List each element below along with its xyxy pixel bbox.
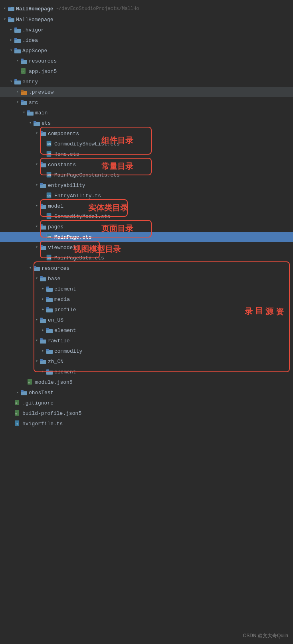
tree-item-appscope-resources[interactable]: resources	[0, 56, 293, 66]
file-icon-MainPageConstants: ETS	[46, 172, 53, 178]
tree-item-base[interactable]: base	[0, 273, 293, 284]
root-arrow[interactable]	[2, 6, 8, 12]
tree-item-commodity[interactable]: commodity	[0, 346, 293, 356]
svg-rect-1	[8, 7, 11, 8]
arrow-closed-hvigor[interactable]	[8, 27, 14, 33]
arrow-closed-profile[interactable]	[40, 306, 46, 313]
item-label-appscope-resources: resources	[29, 58, 57, 64]
arrow-open-main[interactable]	[21, 110, 27, 116]
tree-item-ohosTest[interactable]: ohosTest	[0, 387, 293, 398]
tree-item-Home[interactable]: ETS Home.ets	[0, 149, 293, 159]
folder-icon-appscope	[14, 47, 21, 54]
item-label-CommodityShowList: CommodityShowList.ets	[54, 141, 120, 147]
arrow-open-constants[interactable]	[34, 161, 40, 168]
item-label-base: base	[48, 276, 60, 282]
tree-item-element[interactable]: element	[0, 284, 293, 294]
tree-item-resources-main[interactable]: resources	[0, 263, 293, 273]
tree-item-media[interactable]: media	[0, 294, 293, 304]
arrow-open-entry[interactable]	[8, 79, 14, 85]
item-label-Home: Home.ets	[54, 151, 79, 157]
tree-item-element-en[interactable]: element	[0, 325, 293, 336]
tree-item-build-profile[interactable]: {} build-profile.json5	[0, 408, 293, 418]
svg-rect-11	[21, 59, 24, 61]
item-label-element-en: element	[54, 328, 76, 334]
tree-item-CommodityShowList[interactable]: ETS CommodityShowList.ets	[0, 139, 293, 149]
tree-item-module-json5[interactable]: {} module.json5	[0, 377, 293, 387]
watermark: CSDN @文大奇Quiin	[243, 632, 288, 639]
tree-item-src[interactable]: src	[0, 97, 293, 108]
arrow-closed-element[interactable]	[40, 286, 46, 292]
arrow-open-appscope[interactable]	[8, 47, 14, 54]
arrow-open-model[interactable]	[34, 203, 40, 209]
arrow-closed-element-en[interactable]	[40, 327, 46, 334]
arrow-open-src[interactable]	[14, 99, 21, 106]
tree-item-EntryAbility[interactable]: ETS EntryAbility.ts	[0, 190, 293, 201]
file-icon-CommodityShowList: ETS	[46, 141, 53, 147]
arrow-open-viewmodel[interactable]	[34, 244, 40, 251]
tree-item-MainPageConstants[interactable]: ETS MainPageConstants.ets	[0, 170, 293, 180]
svg-rect-19	[21, 100, 24, 102]
tree-item-zh_CN[interactable]: zh_CN	[0, 356, 293, 367]
item-label-en_US: en_US	[48, 317, 63, 323]
tree-item-idea[interactable]: .idea	[0, 35, 293, 45]
arrow-open-ets[interactable]	[27, 120, 34, 126]
item-label-hvigor: .hvigor	[22, 27, 44, 33]
arrow-open-pages[interactable]	[34, 224, 40, 230]
tree-item-profile[interactable]: profile	[0, 304, 293, 315]
arrow-closed-ohosTest[interactable]	[14, 389, 21, 396]
arrow-closed-appscope-resources[interactable]	[14, 58, 21, 64]
file-icon-Home: ETS	[46, 151, 53, 157]
arrow-open-components[interactable]	[34, 130, 40, 137]
tree-item-MainPage[interactable]: ETS MainPage.ets	[0, 232, 293, 242]
arrow-closed-idea[interactable]	[8, 37, 14, 43]
arrow-closed-commodity[interactable]	[40, 348, 46, 354]
tree-item-ets[interactable]: ets	[0, 118, 293, 128]
item-label-resources-main: resources	[42, 265, 69, 271]
arrow-closed-preview[interactable]	[14, 89, 21, 95]
item-label-appscope-json5: app.json5	[29, 69, 57, 75]
tree-item-preview[interactable]: .preview	[0, 87, 293, 97]
tree-item-gitignore[interactable]: {} .gitignore	[0, 398, 293, 408]
tree-item-pages[interactable]: pages	[0, 222, 293, 232]
tree-item-appscope-json5[interactable]: {} app.json5	[0, 66, 293, 77]
tree-item-CommodityModel[interactable]: ETS CommodityModel.ets	[0, 211, 293, 222]
tree-item-hvigor[interactable]: .hvigor	[0, 25, 293, 35]
arrow-open-entryability[interactable]	[34, 182, 40, 188]
tree-item-viewmodel[interactable]: viewmodel	[0, 242, 293, 253]
folder-icon-ohosTest	[21, 389, 27, 396]
svg-rect-23	[34, 121, 36, 123]
tree-item-en_US[interactable]: en_US	[0, 315, 293, 325]
tree-item-model[interactable]: model	[0, 201, 293, 211]
svg-rect-5	[14, 27, 17, 29]
folder-icon-components	[40, 130, 46, 137]
tree-item-MainPageData[interactable]: ETS MainPageData.ets	[0, 253, 293, 263]
item-label-profile: profile	[54, 307, 76, 313]
svg-rect-43	[40, 204, 43, 206]
item-label-build-profile: build-profile.json5	[22, 410, 81, 416]
tree-item-element-zh[interactable]: element	[0, 367, 293, 377]
tree-item-root[interactable]: MallHomepage	[0, 14, 293, 25]
tree-item-main[interactable]: main	[0, 108, 293, 118]
arrow-closed-element-zh[interactable]	[40, 369, 46, 375]
item-label-element: element	[54, 286, 76, 292]
tree-item-rawfile[interactable]: rawfile	[0, 336, 293, 346]
tree-item-constants[interactable]: constants	[0, 159, 293, 170]
folder-icon-media	[46, 296, 53, 302]
arrow-open-zh_CN[interactable]	[34, 358, 40, 365]
arrow-open-root[interactable]	[2, 16, 8, 23]
svg-text:{}: {}	[15, 412, 17, 414]
arrow-open-resources-main[interactable]	[27, 265, 34, 271]
folder-icon-resources-main	[34, 265, 40, 271]
arrow-open-rawfile[interactable]	[34, 338, 40, 344]
svg-rect-58	[34, 266, 36, 268]
tree-item-entryability[interactable]: entryability	[0, 180, 293, 190]
arrow-open-base[interactable]	[34, 275, 40, 282]
arrow-open-en_US[interactable]	[34, 317, 40, 323]
tree-item-components[interactable]: components	[0, 128, 293, 139]
arrow-closed-media[interactable]	[40, 296, 46, 302]
item-label-zh_CN: zh_CN	[48, 359, 63, 365]
tree-item-hvigorfile[interactable]: TS hvigorfile.ts	[0, 418, 293, 429]
tree-item-entry[interactable]: entry	[0, 77, 293, 87]
tree-item-appscope[interactable]: AppScope	[0, 45, 293, 56]
folder-icon-element	[46, 286, 53, 292]
